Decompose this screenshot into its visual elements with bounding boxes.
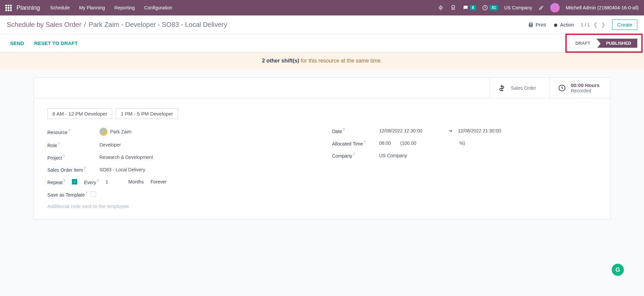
nav-my-planning[interactable]: My Planning — [79, 5, 105, 10]
nav-reporting[interactable]: Reporting — [115, 5, 135, 10]
tools-icon[interactable] — [538, 5, 544, 11]
gear-icon — [553, 22, 558, 28]
nav-configuration[interactable]: Configuration — [144, 5, 172, 10]
company-value[interactable]: US Company — [379, 153, 597, 158]
resource-avatar — [99, 128, 108, 136]
breadcrumb: Schedule by Sales Order / Park Zaim - De… — [7, 21, 227, 29]
pager-next[interactable]: ❯ — [601, 22, 605, 28]
status-draft[interactable]: DRAFT — [569, 38, 597, 48]
alert-bar: 2 other shift(s) for this resource at th… — [0, 52, 644, 69]
project-value[interactable]: Research & Development — [99, 155, 312, 160]
breadcrumb-sep: / — [84, 21, 86, 29]
dollar-icon — [498, 84, 506, 92]
date-label: Date — [332, 129, 342, 134]
user-name[interactable]: Mitchell Admin (21680404-16-0-all) — [566, 5, 639, 10]
role-label: Role — [47, 143, 57, 148]
pager-text: 1 / 1 — [581, 22, 590, 28]
template-checkbox[interactable] — [91, 192, 96, 197]
support-icon[interactable] — [450, 4, 457, 11]
tags-row: 8 AM - 12 PM Developer 1 PM - 5 PM Devel… — [47, 109, 597, 119]
pager: 1 / 1 ❮ ❯ — [581, 22, 605, 28]
help-icon[interactable]: ? — [58, 142, 60, 146]
status-row: SEND RESET TO DRAFT DRAFT PUBLISHED — [0, 34, 644, 52]
company-switcher[interactable]: US Company — [504, 5, 532, 10]
alloc-pct-open[interactable]: (100.00 — [400, 140, 416, 146]
clock-icon — [558, 84, 566, 92]
help-icon[interactable]: ? — [353, 152, 355, 156]
create-button[interactable]: Create — [612, 19, 637, 30]
sheet-top: Sales Order 00:00 Hours Recorded — [34, 78, 610, 98]
breadcrumb-root[interactable]: Schedule by Sales Order — [7, 21, 81, 29]
status-published[interactable]: PUBLISHED — [597, 39, 637, 48]
alloc-pct-close: %) — [459, 140, 465, 146]
role-value[interactable]: Developer — [99, 142, 312, 147]
stat-hours[interactable]: 00:00 Hours Recorded — [550, 78, 610, 98]
svg-point-1 — [452, 5, 454, 8]
alert-bold[interactable]: 2 other shift(s) — [262, 58, 299, 64]
project-label: Project — [47, 155, 62, 160]
note-input[interactable]: Additional note sent to the employee — [47, 203, 312, 209]
status-badges: DRAFT PUBLISHED — [569, 38, 637, 48]
pager-prev[interactable]: ❮ — [593, 22, 598, 28]
alloc-hours[interactable]: 08:00 — [379, 140, 391, 146]
print-icon — [528, 22, 533, 28]
activities-count: 41 — [489, 5, 498, 10]
help-icon[interactable]: ? — [68, 129, 70, 133]
col-right: Date? 12/08/2022 12:30:00 ➔ 12/08/2022 2… — [332, 128, 597, 209]
clock-icon — [482, 5, 488, 11]
breadcrumb-current: Park Zaim - Developer - SO83 - Local Del… — [89, 21, 227, 29]
every-end[interactable]: Forever — [151, 179, 167, 184]
help-icon[interactable]: ? — [63, 179, 65, 183]
help-icon[interactable]: ? — [85, 191, 87, 195]
header-actions: Print Action 1 / 1 ❮ ❯ Create — [528, 19, 637, 30]
chat-icon — [463, 5, 469, 11]
topbar-right: 8 41 US Company Mitchell Admin (21680404… — [438, 3, 639, 12]
stat-sales-order[interactable]: Sales Order — [489, 78, 550, 98]
activities-indicator[interactable]: 41 — [482, 5, 498, 11]
svg-point-0 — [440, 7, 442, 9]
every-unit[interactable]: Months — [128, 179, 144, 184]
template-tag[interactable]: 8 AM - 12 PM Developer — [47, 109, 112, 119]
reset-draft-button[interactable]: RESET TO DRAFT — [34, 40, 78, 46]
template-label: Save as Template — [47, 192, 85, 197]
repeat-label: Repeat — [47, 180, 62, 185]
nav-links: Schedule My Planning Reporting Configura… — [50, 5, 172, 10]
avatar[interactable] — [550, 3, 560, 12]
arrow-right-icon: ➔ — [448, 128, 453, 133]
resource-value[interactable]: Park Zaim — [99, 128, 312, 136]
resource-label: Resource — [47, 129, 68, 135]
repeat-checkbox[interactable]: ✓ — [72, 179, 77, 184]
help-icon[interactable]: ? — [63, 154, 65, 158]
topbar: Planning Schedule My Planning Reporting … — [0, 0, 644, 15]
template-tag[interactable]: 1 PM - 5 PM Developer — [116, 109, 178, 119]
sheet: Sales Order 00:00 Hours Recorded 8 AM - … — [34, 77, 610, 219]
col-left: Resource? Park Zaim Role? Developer Proj… — [47, 128, 312, 209]
date-to[interactable]: 12/08/2022 21:30:00 — [458, 128, 501, 133]
every-label: Every — [84, 180, 96, 185]
help-icon[interactable]: ? — [343, 128, 345, 132]
sheet-body: 8 AM - 12 PM Developer 1 PM - 5 PM Devel… — [34, 98, 610, 219]
messages-count: 8 — [470, 5, 476, 10]
date-from[interactable]: 12/08/2022 12:30:00 — [379, 128, 422, 133]
every-value[interactable]: 1 — [105, 179, 108, 184]
content: Sales Order 00:00 Hours Recorded 8 AM - … — [0, 69, 644, 227]
soitem-label: Sales Order Item — [47, 167, 83, 173]
help-icon[interactable]: ? — [363, 140, 366, 144]
two-col: Resource? Park Zaim Role? Developer Proj… — [47, 128, 597, 209]
alert-text: for this resource at the same time. — [299, 58, 382, 64]
app-name[interactable]: Planning — [16, 4, 40, 11]
header-row: Schedule by Sales Order / Park Zaim - De… — [0, 15, 644, 34]
soitem-value[interactable]: SO83 - Local Delivery — [99, 167, 312, 172]
help-icon[interactable]: ? — [97, 179, 99, 183]
action-button[interactable]: Action — [553, 22, 574, 28]
send-button[interactable]: SEND — [10, 40, 24, 46]
stat-sales-order-label: Sales Order — [511, 85, 536, 91]
print-button[interactable]: Print — [528, 22, 546, 28]
stat-hours-label: Recorded — [571, 88, 600, 93]
bug-icon[interactable] — [438, 5, 444, 11]
alloc-label: Allocated Time — [332, 141, 363, 146]
apps-launcher-icon[interactable] — [5, 5, 12, 11]
help-icon[interactable]: ? — [84, 166, 86, 170]
messages-indicator[interactable]: 8 — [463, 5, 476, 11]
nav-schedule[interactable]: Schedule — [50, 5, 70, 10]
